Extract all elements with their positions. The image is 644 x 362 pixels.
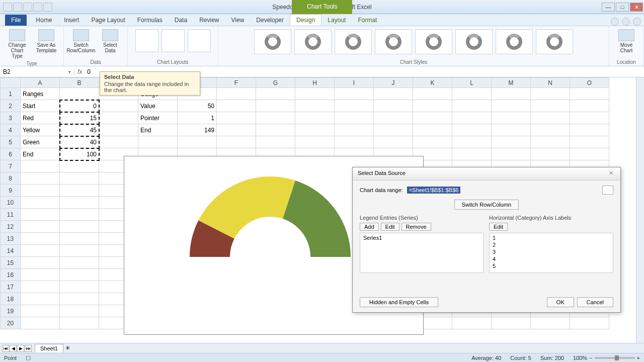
chart-style-thumb[interactable]	[496, 29, 533, 54]
cell-O20[interactable]	[570, 317, 609, 329]
cell-O4[interactable]	[570, 124, 609, 136]
cell-M1[interactable]	[492, 88, 531, 100]
series-list[interactable]: Series1	[360, 233, 484, 273]
cell-E4[interactable]: 149	[178, 124, 217, 136]
chart-style-thumb[interactable]	[294, 29, 332, 54]
move-chart-button[interactable]: Move Chart	[613, 28, 639, 54]
sheet-nav-next-icon[interactable]: ▶	[17, 345, 24, 352]
cell-L5[interactable]	[452, 136, 492, 148]
cell-J5[interactable]	[374, 136, 413, 148]
column-header[interactable]: G	[256, 78, 295, 88]
column-header[interactable]: H	[295, 78, 335, 88]
row-header[interactable]: 4	[1, 124, 21, 136]
help-icon[interactable]	[622, 18, 630, 26]
column-header[interactable]: M	[492, 78, 531, 88]
cell-M2[interactable]	[492, 100, 531, 112]
chart-style-thumb[interactable]	[375, 29, 412, 54]
dialog-close-icon[interactable]: ✕	[606, 170, 615, 177]
cell-F5[interactable]	[217, 136, 256, 148]
save-icon[interactable]	[13, 3, 22, 12]
add-series-button[interactable]: Add	[360, 223, 379, 231]
row-header[interactable]: 15	[1, 257, 21, 269]
cell-A7[interactable]	[21, 160, 60, 172]
cell-I5[interactable]	[335, 136, 374, 148]
tab-page-layout[interactable]: Page Layout	[85, 15, 131, 26]
column-header[interactable]: J	[374, 78, 413, 88]
tab-design[interactable]: Design	[290, 14, 321, 26]
category-list[interactable]: 12345	[489, 233, 613, 273]
cell-B20[interactable]	[60, 317, 99, 329]
cell-N5[interactable]	[531, 136, 570, 148]
cell-G5[interactable]	[256, 136, 295, 148]
cell-I3[interactable]	[335, 112, 374, 124]
chart-layout-thumb[interactable]	[188, 29, 211, 52]
tab-format[interactable]: Format	[352, 15, 383, 26]
cell-N3[interactable]	[531, 112, 570, 124]
cell-B3[interactable]: 15	[60, 112, 99, 124]
cell-E3[interactable]: 1	[178, 112, 217, 124]
cell-M4[interactable]	[492, 124, 531, 136]
cell-G2[interactable]	[256, 100, 295, 112]
cell-B6[interactable]: 100	[60, 148, 99, 160]
cell-A18[interactable]	[21, 293, 60, 305]
cell-J1[interactable]	[374, 88, 413, 100]
cell-A20[interactable]	[21, 317, 60, 329]
cell-A4[interactable]: Yellow	[21, 124, 60, 136]
cell-L3[interactable]	[452, 112, 492, 124]
cell-N1[interactable]	[531, 88, 570, 100]
cell-M6[interactable]	[492, 148, 531, 160]
sheet-nav-last-icon[interactable]: ⏭	[25, 345, 32, 352]
cell-M5[interactable]	[492, 136, 531, 148]
cell-L1[interactable]	[452, 88, 492, 100]
cell-A5[interactable]: Green	[21, 136, 60, 148]
cell-B14[interactable]	[60, 245, 99, 257]
category-item[interactable]: 4	[493, 255, 610, 262]
cell-O5[interactable]	[570, 136, 609, 148]
cell-H4[interactable]	[295, 124, 335, 136]
column-header[interactable]: O	[570, 78, 609, 88]
cancel-button[interactable]: Cancel	[577, 297, 613, 307]
switch-row-column-button[interactable]: Switch Row/Column	[68, 28, 94, 54]
cell-A2[interactable]: Start	[21, 100, 60, 112]
tab-file[interactable]: File	[5, 15, 27, 26]
tab-formulas[interactable]: Formulas	[131, 15, 169, 26]
row-header[interactable]: 10	[1, 197, 21, 209]
cell-I4[interactable]	[335, 124, 374, 136]
cell-K5[interactable]	[413, 136, 452, 148]
cell-L2[interactable]	[452, 100, 492, 112]
cell-B11[interactable]	[60, 209, 99, 221]
cell-J3[interactable]	[374, 112, 413, 124]
cell-L6[interactable]	[452, 148, 492, 160]
cell-B10[interactable]	[60, 197, 99, 209]
cell-B17[interactable]	[60, 281, 99, 293]
row-header[interactable]: 20	[1, 317, 21, 329]
row-header[interactable]: 13	[1, 233, 21, 245]
switch-row-column-dialog-button[interactable]: Switch Row/Column	[454, 200, 519, 210]
category-item[interactable]: 2	[493, 241, 610, 248]
tab-review[interactable]: Review	[193, 15, 225, 26]
cell-F1[interactable]	[217, 88, 256, 100]
cell-J2[interactable]	[374, 100, 413, 112]
cell-A17[interactable]	[21, 281, 60, 293]
cell-F2[interactable]	[217, 100, 256, 112]
column-header[interactable]: I	[335, 78, 374, 88]
workbook-close-icon[interactable]	[633, 18, 641, 26]
series-item[interactable]: Series1	[363, 234, 480, 241]
cell-K4[interactable]	[413, 124, 452, 136]
column-header[interactable]: B	[60, 78, 99, 88]
qat-more-icon[interactable]	[43, 3, 52, 12]
cell-K1[interactable]	[413, 88, 452, 100]
tab-data[interactable]: Data	[169, 15, 193, 26]
redo-icon[interactable]	[33, 3, 42, 12]
close-button[interactable]: ✕	[630, 3, 643, 12]
edit-series-button[interactable]: Edit	[381, 223, 399, 231]
edit-axis-button[interactable]: Edit	[489, 223, 508, 231]
range-picker-icon[interactable]	[602, 186, 613, 195]
cell-H5[interactable]	[295, 136, 335, 148]
cell-A1[interactable]: Ranges	[21, 88, 60, 100]
cell-E2[interactable]: 50	[178, 100, 217, 112]
cell-B18[interactable]	[60, 293, 99, 305]
cell-B13[interactable]	[60, 233, 99, 245]
row-header[interactable]: 17	[1, 281, 21, 293]
cell-H1[interactable]	[295, 88, 335, 100]
